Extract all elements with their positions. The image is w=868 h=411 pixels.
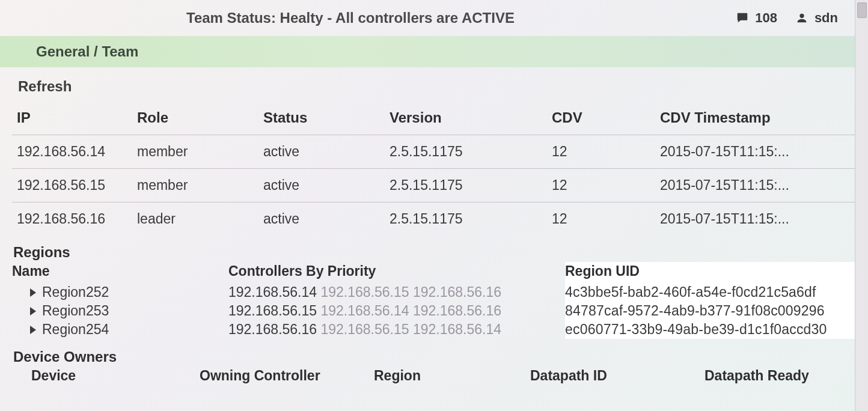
- cell-cdv: 12: [547, 169, 655, 202]
- controllers-by-priority: 192.168.56.14 192.168.56.15 192.168.56.1…: [228, 283, 565, 302]
- cell-ip: 192.168.56.15: [12, 169, 132, 202]
- controller-ip: 192.168.56.15: [228, 303, 320, 318]
- regions-section: Name Controllers By Priority Region UID …: [0, 262, 868, 339]
- region-name-label: Region254: [42, 321, 109, 338]
- alerts-indicator[interactable]: 108: [736, 10, 777, 26]
- col-header-owning[interactable]: Owning Controller: [200, 368, 374, 384]
- topbar: Team Status: Healty - All controllers ar…: [0, 0, 868, 36]
- col-header-region[interactable]: Region: [374, 368, 530, 384]
- regions-col-uid: Region UID: [565, 262, 856, 283]
- col-header-dpid[interactable]: Datapath ID: [530, 368, 704, 384]
- col-header-role[interactable]: Role: [132, 103, 258, 135]
- col-header-cdv-ts[interactable]: CDV Timestamp: [655, 103, 862, 135]
- controller-ip: 192.168.56.14: [228, 284, 320, 300]
- cell-version: 2.5.15.1175: [385, 135, 547, 169]
- controllers-header-row: IP Role Status Version CDV CDV Timestamp: [12, 103, 862, 135]
- controller-ip: 192.168.56.15: [320, 321, 412, 337]
- expand-triangle-icon[interactable]: [30, 307, 36, 315]
- controllers-by-priority: 192.168.56.15 192.168.56.14 192.168.56.1…: [228, 302, 565, 320]
- vertical-scrollbar[interactable]: [855, 0, 868, 411]
- region-uid: 4c3bbe5f-bab2-460f-a54e-f0cd21c5a6df: [565, 283, 856, 302]
- region-row-name[interactable]: Region253: [12, 302, 228, 320]
- cell-status: active: [258, 169, 385, 202]
- col-header-device[interactable]: Device: [31, 368, 200, 384]
- team-status-text: Team Status: Healty - All controllers ar…: [12, 10, 736, 26]
- expand-triangle-icon[interactable]: [30, 326, 36, 334]
- refresh-button[interactable]: Refresh: [0, 67, 90, 103]
- controllers-table: IP Role Status Version CDV CDV Timestamp…: [12, 103, 862, 236]
- region-row-name[interactable]: Region252: [12, 283, 228, 302]
- regions-col-cbp: Controllers By Priority: [228, 262, 565, 283]
- user-name: sdn: [815, 10, 838, 26]
- cell-role: leader: [132, 202, 258, 236]
- region-uid: ec060771-33b9-49ab-be39-d1c1f0accd30: [565, 320, 856, 339]
- cell-cdv: 12: [547, 135, 655, 169]
- col-header-version[interactable]: Version: [385, 103, 547, 135]
- cell-role: member: [132, 135, 258, 169]
- controller-ip: 192.168.56.15: [320, 284, 412, 300]
- controller-ip: 192.168.56.16: [413, 303, 501, 318]
- cell-ip: 192.168.56.16: [12, 202, 132, 236]
- alerts-count: 108: [755, 10, 777, 26]
- controller-ip: 192.168.56.16: [228, 321, 320, 337]
- cell-cdv_ts: 2015-07-15T11:15:...: [655, 202, 862, 236]
- device-owners-section: Device Owners Device Owning Controller R…: [0, 339, 868, 384]
- region-name-label: Region253: [42, 303, 109, 319]
- region-row-name[interactable]: Region254: [12, 320, 228, 339]
- controllers-by-priority: 192.168.56.16 192.168.56.15 192.168.56.1…: [228, 320, 565, 339]
- cell-status: active: [258, 202, 385, 236]
- region-name-label: Region252: [42, 284, 109, 300]
- speech-bubble-icon: [736, 11, 749, 25]
- controller-ip: 192.168.56.14: [320, 303, 412, 318]
- cell-version: 2.5.15.1175: [385, 202, 547, 236]
- cell-status: active: [258, 135, 385, 169]
- scrollbar-thumb[interactable]: [857, 2, 867, 18]
- user-indicator[interactable]: sdn: [795, 10, 838, 26]
- cell-cdv_ts: 2015-07-15T11:15:...: [655, 135, 862, 169]
- cell-cdv_ts: 2015-07-15T11:15:...: [655, 169, 862, 202]
- col-header-ready[interactable]: Datapath Ready: [704, 368, 856, 384]
- table-row[interactable]: 192.168.56.15memberactive2.5.15.11751220…: [12, 169, 862, 202]
- controller-ip: 192.168.56.14: [413, 321, 501, 337]
- device-owners-header-row: Device Owning Controller Region Datapath…: [13, 365, 856, 384]
- col-header-ip[interactable]: IP: [12, 103, 132, 135]
- cell-cdv: 12: [547, 202, 655, 236]
- user-icon: [795, 11, 808, 25]
- breadcrumb: General / Team: [0, 36, 868, 67]
- topbar-right: 108 sdn: [736, 10, 856, 26]
- cell-role: member: [132, 169, 258, 202]
- cell-version: 2.5.15.1175: [385, 169, 547, 202]
- regions-col-name: Name: [12, 262, 228, 283]
- col-header-status[interactable]: Status: [258, 103, 385, 135]
- cell-ip: 192.168.56.14: [12, 135, 132, 169]
- col-header-cdv[interactable]: CDV: [547, 103, 655, 135]
- controller-ip: 192.168.56.16: [413, 284, 501, 300]
- table-row[interactable]: 192.168.56.14memberactive2.5.15.11751220…: [12, 135, 862, 169]
- device-owners-heading: Device Owners: [13, 349, 856, 365]
- regions-heading: Regions: [0, 236, 868, 262]
- table-row[interactable]: 192.168.56.16leaderactive2.5.15.11751220…: [12, 202, 862, 236]
- region-uid: 84787caf-9572-4ab9-b377-91f08c009296: [565, 302, 856, 320]
- expand-triangle-icon[interactable]: [30, 288, 36, 297]
